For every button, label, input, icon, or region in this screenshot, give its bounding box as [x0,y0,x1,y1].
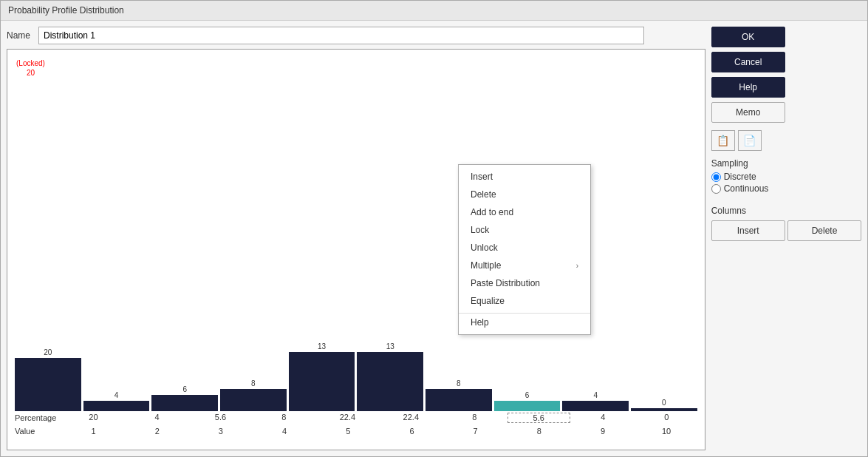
columns-delete-button[interactable]: Delete [787,220,861,241]
help-button[interactable]: Help [711,77,785,98]
menu-item-label: Lock [471,225,489,235]
paste-button[interactable]: 📄 [738,130,762,151]
bar-rect-2[interactable] [83,401,150,411]
bar-col-1[interactable]: (Locked)2020 [15,57,81,411]
menu-item-label: Unlock [471,243,498,253]
pct-cell-3[interactable]: 5.6 [190,413,251,423]
pct-cell-5[interactable]: 22.4 [317,413,378,423]
menu-item-help[interactable]: Help [459,313,590,331]
continuous-radio[interactable] [711,184,721,194]
bar-label-4: 8 [251,379,256,387]
val-cell-2[interactable]: 2 [126,427,188,436]
memo-button[interactable]: Memo [711,102,785,123]
columns-label: Columns [711,206,861,216]
menu-item-label: Help [471,317,489,328]
bar-label-10: 0 [662,399,666,407]
chart-wrapper: (Locked)202046813138640 Percentage2045.6… [7,49,705,450]
discrete-row: Discrete [711,172,861,182]
pct-cell-1[interactable]: 20 [63,413,124,423]
menu-item-label: Delete [471,189,496,200]
pct-cell-2[interactable]: 4 [126,413,188,423]
bar-rect-9[interactable] [562,401,629,411]
menu-item-label: Equalize [471,296,505,306]
left-panel: Name (Locked)202046813138640 Percentage2… [7,27,705,450]
ok-button[interactable]: OK [711,27,785,47]
pct-cell-9[interactable]: 4 [573,413,634,423]
window-title: Probability Profile Distribution [8,5,124,16]
menu-item-label: Multiple [471,260,501,271]
copy-icon: 📋 [717,135,729,146]
pct-cell-4[interactable]: 8 [253,413,315,423]
menu-item-label: Insert [471,172,493,182]
bar-rect-6[interactable] [357,352,423,411]
val-cell-10[interactable]: 10 [636,427,697,436]
columns-section: Columns Insert Delete [711,206,861,244]
bar-label-7: 8 [457,379,461,387]
bar-col-6[interactable]: 13 [357,57,423,411]
menu-item-paste-distribution[interactable]: Paste Distribution [459,274,590,292]
bar-label-9: 4 [593,391,598,399]
bar-label-1: 20 [44,348,52,356]
menu-item-label: Add to end [471,207,513,217]
columns-insert-button[interactable]: Insert [711,220,785,241]
pct-cell-7[interactable]: 8 [444,413,505,423]
sampling-label: Sampling [711,158,861,169]
bar-rect-3[interactable] [151,395,218,411]
submenu-arrow-icon: › [576,262,578,270]
menu-item-equalize[interactable]: Equalize [459,292,590,310]
copy-button[interactable]: 📋 [711,130,735,151]
name-row: Name [7,27,705,44]
bar-col-2[interactable]: 4 [83,57,150,411]
right-panel: OK Cancel Help Memo 📋 📄 Sampling Discret… [711,27,861,450]
name-input[interactable] [38,27,644,44]
val-cell-8[interactable]: 8 [508,427,570,436]
val-cell-4[interactable]: 4 [254,427,315,436]
pct-cell-8[interactable]: 5.6 [508,413,570,423]
bar-rect-7[interactable] [426,389,492,411]
bar-col-3[interactable]: 6 [151,57,218,411]
sampling-section: Sampling Discrete Continuous [711,158,861,195]
chart-bottom: Percentage2045.6822.422.485.640Value1234… [15,411,697,450]
bar-label-8: 6 [525,391,530,399]
val-cell-6[interactable]: 6 [381,427,442,436]
val-cell-9[interactable]: 9 [572,427,633,436]
bar-rect-8[interactable] [494,401,561,411]
discrete-label[interactable]: Discrete [724,172,756,182]
menu-item-unlock[interactable]: Unlock [459,239,590,257]
menu-item-add-to-end[interactable]: Add to end [459,203,590,221]
menu-item-label: Paste Distribution [471,278,540,288]
pct-cell-6[interactable]: 22.4 [380,413,442,423]
bar-col-10[interactable]: 0 [631,57,697,411]
cancel-button[interactable]: Cancel [711,52,785,72]
menu-item-lock[interactable]: Lock [459,221,590,239]
menu-item-delete[interactable]: Delete [459,186,590,203]
menu-item-multiple[interactable]: Multiple› [459,257,590,274]
bar-col-4[interactable]: 8 [220,57,287,411]
value-label: Value [15,427,63,436]
discrete-radio[interactable] [711,172,721,182]
context-menu: InsertDeleteAdd to endLockUnlockMultiple… [458,164,591,335]
bar-rect-4[interactable] [220,389,287,411]
bar-label-2: 4 [115,391,119,399]
pct-cell-10[interactable]: 0 [636,413,697,423]
bar-col-5[interactable]: 13 [289,57,355,411]
bar-label-5: 13 [318,342,326,351]
paste-icon: 📄 [743,135,756,146]
locked-label: (Locked)20 [16,58,45,78]
val-cell-7[interactable]: 7 [445,427,506,436]
bars-area: (Locked)202046813138640 [15,57,697,411]
bar-label-3: 6 [182,385,187,393]
continuous-label[interactable]: Continuous [724,183,769,194]
val-cell-1[interactable]: 1 [63,427,124,436]
name-label: Name [7,30,33,41]
icon-row: 📋 📄 [711,130,861,151]
value-row: Value12345678910 [15,424,697,438]
val-cell-5[interactable]: 5 [318,427,379,436]
title-bar: Probability Profile Distribution [1,1,867,21]
percentage-label: Percentage [15,413,63,422]
continuous-row: Continuous [711,183,861,194]
menu-item-insert[interactable]: Insert [459,168,590,186]
val-cell-3[interactable]: 3 [190,427,251,436]
bar-rect-5[interactable] [289,352,355,411]
bar-rect-1[interactable] [15,358,81,411]
